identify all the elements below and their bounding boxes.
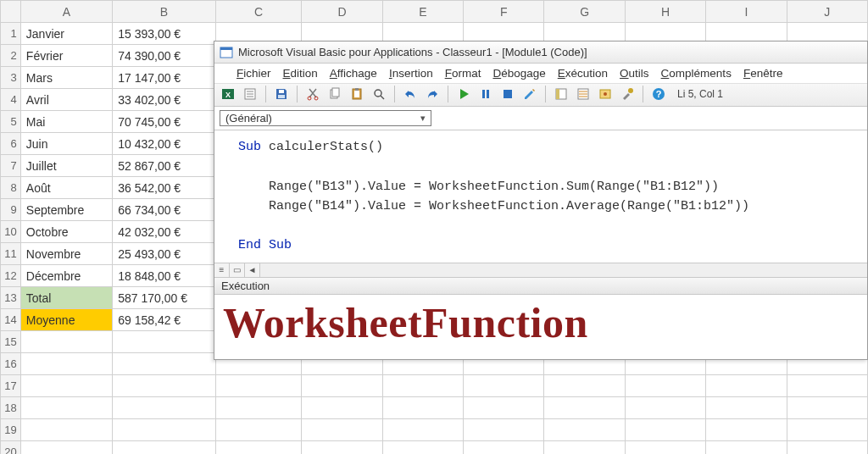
cell-E18[interactable]	[382, 397, 463, 419]
cell-D18[interactable]	[302, 397, 382, 419]
col-header-C[interactable]: C	[215, 1, 302, 23]
menu-compléments[interactable]: Compléments	[661, 67, 732, 80]
cell-B9[interactable]: 66 734,00 €	[113, 199, 215, 221]
cell-A6[interactable]: Juin	[20, 133, 112, 155]
cell-C17[interactable]	[215, 375, 302, 397]
row-header-14[interactable]: 14	[1, 309, 21, 331]
cell-I17[interactable]	[706, 375, 787, 397]
cell-C20[interactable]	[215, 441, 302, 455]
cell-H18[interactable]	[625, 397, 705, 419]
cell-F17[interactable]	[464, 375, 544, 397]
menu-outils[interactable]: Outils	[620, 67, 649, 80]
row-header-16[interactable]: 16	[1, 353, 21, 375]
row-header-20[interactable]: 20	[1, 441, 21, 455]
cell-F20[interactable]	[464, 441, 544, 455]
project-explorer-icon[interactable]	[553, 86, 570, 102]
cell-A16[interactable]	[20, 353, 112, 375]
cell-A19[interactable]	[20, 419, 112, 441]
col-header-A[interactable]: A	[20, 1, 112, 23]
cell-A14[interactable]: Moyenne	[20, 309, 112, 331]
cell-I19[interactable]	[706, 419, 787, 441]
paste-icon[interactable]	[348, 86, 365, 102]
cell-A18[interactable]	[20, 397, 112, 419]
cell-A5[interactable]: Mai	[20, 111, 112, 133]
row-header-5[interactable]: 5	[1, 111, 21, 133]
cell-J18[interactable]	[787, 397, 867, 419]
cell-A20[interactable]	[20, 441, 112, 455]
col-header-D[interactable]: D	[302, 1, 382, 23]
redo-icon[interactable]	[424, 86, 441, 102]
menu-edition[interactable]: Edition	[283, 67, 318, 80]
cell-E20[interactable]	[382, 441, 463, 455]
cell-G20[interactable]	[544, 441, 625, 455]
cell-A1[interactable]: Janvier	[20, 23, 112, 45]
vba-menubar[interactable]: FichierEditionAffichageInsertionFormatDé…	[214, 64, 867, 84]
cell-H19[interactable]	[625, 419, 705, 441]
cell-B2[interactable]: 74 390,00 €	[113, 45, 215, 67]
cell-B5[interactable]: 70 745,00 €	[113, 111, 215, 133]
row-header-8[interactable]: 8	[1, 177, 21, 199]
cell-A9[interactable]: Septembre	[20, 199, 112, 221]
cell-B12[interactable]: 18 848,00 €	[113, 265, 215, 287]
cell-B3[interactable]: 17 147,00 €	[113, 67, 215, 89]
cell-H17[interactable]	[625, 375, 705, 397]
row-header-15[interactable]: 15	[1, 331, 21, 353]
properties-icon[interactable]	[575, 86, 592, 102]
cell-B8[interactable]: 36 542,00 €	[113, 177, 215, 199]
cell-G19[interactable]	[544, 419, 625, 441]
row-header-12[interactable]: 12	[1, 265, 21, 287]
cell-A7[interactable]: Juillet	[20, 155, 112, 177]
cell-B18[interactable]	[113, 397, 215, 419]
col-header-H[interactable]: H	[625, 1, 705, 23]
cell-A12[interactable]: Décembre	[20, 265, 112, 287]
cell-A13[interactable]: Total	[20, 287, 112, 309]
cell-B7[interactable]: 52 867,00 €	[113, 155, 215, 177]
col-header-I[interactable]: I	[706, 1, 787, 23]
row-header-2[interactable]: 2	[1, 45, 21, 67]
cell-B10[interactable]: 42 032,00 €	[113, 221, 215, 243]
cell-F19[interactable]	[464, 419, 544, 441]
undo-icon[interactable]	[402, 86, 419, 102]
cell-A3[interactable]: Mars	[20, 67, 112, 89]
select-all-corner[interactable]	[1, 1, 21, 23]
row-header-6[interactable]: 6	[1, 133, 21, 155]
row-header-19[interactable]: 19	[1, 419, 21, 441]
col-header-G[interactable]: G	[544, 1, 625, 23]
cell-B4[interactable]: 33 402,00 €	[113, 89, 215, 111]
row-header-10[interactable]: 10	[1, 221, 21, 243]
menu-exécution[interactable]: Exécution	[558, 67, 608, 80]
cell-B1[interactable]: 15 393,00 €	[113, 23, 215, 45]
row-header-17[interactable]: 17	[1, 375, 21, 397]
cell-B11[interactable]: 25 493,00 €	[113, 243, 215, 265]
object-dropdown[interactable]: (Général)	[220, 110, 431, 126]
col-header-F[interactable]: F	[464, 1, 544, 23]
cell-B17[interactable]	[113, 375, 215, 397]
immediate-pane-title[interactable]: Exécution	[214, 278, 867, 295]
cell-A10[interactable]: Octobre	[20, 221, 112, 243]
cell-B20[interactable]	[113, 441, 215, 455]
cell-E19[interactable]	[382, 419, 463, 441]
row-header-11[interactable]: 11	[1, 243, 21, 265]
cut-icon[interactable]	[304, 86, 321, 102]
cell-B19[interactable]	[113, 419, 215, 441]
cell-H20[interactable]	[625, 441, 705, 455]
menu-insertion[interactable]: Insertion	[389, 67, 433, 80]
row-header-18[interactable]: 18	[1, 397, 21, 419]
cell-C19[interactable]	[215, 419, 302, 441]
cell-C18[interactable]	[215, 397, 302, 419]
menu-débogage[interactable]: Débogage	[492, 67, 545, 80]
cell-J20[interactable]	[787, 441, 867, 455]
cell-I18[interactable]	[706, 397, 787, 419]
row-header-7[interactable]: 7	[1, 155, 21, 177]
cell-A2[interactable]: Février	[20, 45, 112, 67]
stop-icon[interactable]	[499, 86, 516, 102]
cell-D20[interactable]	[302, 441, 382, 455]
cell-G18[interactable]	[544, 397, 625, 419]
row-header-4[interactable]: 4	[1, 89, 21, 111]
cell-A15[interactable]	[20, 331, 112, 353]
cell-B14[interactable]: 69 158,42 €	[113, 309, 215, 331]
toolbox-icon[interactable]	[619, 86, 636, 102]
design-mode-icon[interactable]	[521, 86, 538, 102]
immediate-pane[interactable]: WorksheetFunction	[214, 295, 867, 359]
cell-A4[interactable]: Avril	[20, 89, 112, 111]
